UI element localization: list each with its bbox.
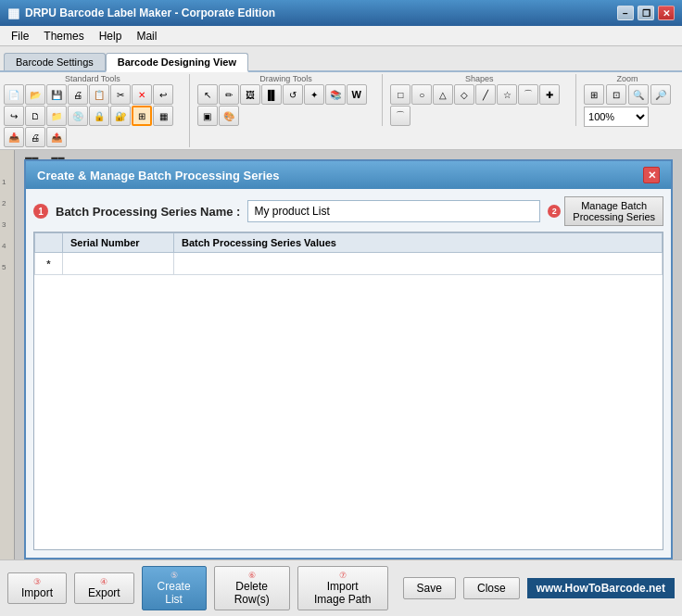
import-btn[interactable]: 📥 bbox=[4, 127, 24, 147]
star2-btn[interactable]: ☆ bbox=[497, 84, 517, 105]
star-btn[interactable]: ✦ bbox=[304, 84, 324, 105]
zoom-out-btn[interactable]: 🔎 bbox=[650, 84, 671, 105]
export-button[interactable]: ④ Export bbox=[74, 572, 134, 604]
tri-btn[interactable]: △ bbox=[433, 84, 453, 105]
redo-btn[interactable]: ↪ bbox=[4, 106, 24, 126]
create-list-button[interactable]: ⑤ Create List bbox=[142, 566, 207, 610]
series-name-input[interactable] bbox=[247, 200, 540, 222]
save-button[interactable]: Save bbox=[403, 577, 456, 599]
window-controls: − ❐ ✕ bbox=[617, 6, 675, 20]
series-name-row: 1 Batch Processing Series Name : 2 Manag… bbox=[33, 196, 663, 226]
col-marker-header bbox=[35, 233, 63, 253]
zoom-fit-btn[interactable]: ⊞ bbox=[584, 84, 604, 105]
manage-btn-wrapper: 2 Manage BatchProcessing Series bbox=[548, 196, 663, 226]
title-bar: ▦ DRPU Barcode Label Maker - Corporate E… bbox=[0, 0, 682, 26]
standard-tools-label: Standard Tools bbox=[65, 74, 120, 83]
zoom-select[interactable]: 100% 75% 125% 150% bbox=[584, 107, 649, 127]
window-close-button[interactable]: ✕ bbox=[658, 6, 675, 20]
select-btn[interactable]: ↖ bbox=[197, 84, 218, 105]
save2-btn[interactable]: 💿 bbox=[68, 106, 88, 126]
menu-themes[interactable]: Themes bbox=[36, 28, 91, 44]
minimize-button[interactable]: − bbox=[617, 6, 634, 20]
row-marker: * bbox=[35, 253, 63, 275]
dialog-close-button[interactable]: ✕ bbox=[643, 167, 660, 183]
batch-dialog: Create & Manage Batch Processing Series … bbox=[24, 159, 673, 559]
print-btn[interactable]: 🖨 bbox=[68, 84, 88, 105]
new-btn[interactable]: 📄 bbox=[4, 84, 24, 105]
toolbar: Standard Tools 📄 📂 💾 🖨 📋 ✂ ✕ ↩ ↪ 🗋 📁 💿 🔒… bbox=[0, 72, 682, 150]
standard-tools-group: Standard Tools 📄 📂 💾 🖨 📋 ✂ ✕ ↩ ↪ 🗋 📁 💿 🔒… bbox=[4, 74, 190, 147]
print2-btn[interactable]: 🖨 bbox=[25, 127, 45, 147]
zoom-actual-btn[interactable]: ⊡ bbox=[606, 84, 626, 105]
open-btn[interactable]: 📂 bbox=[25, 84, 45, 105]
oval-btn[interactable]: ○ bbox=[411, 84, 432, 105]
lock-btn[interactable]: 🔒 bbox=[89, 106, 109, 126]
word-btn[interactable]: W bbox=[347, 84, 367, 105]
tab-barcode-settings[interactable]: Barcode Settings bbox=[4, 53, 106, 70]
menu-help[interactable]: Help bbox=[92, 28, 130, 44]
drawing-tools-label: Drawing Tools bbox=[259, 74, 311, 83]
pencil-btn[interactable]: ✏ bbox=[219, 84, 239, 105]
manage-num-badge: 2 bbox=[548, 205, 561, 218]
import-button[interactable]: ③ Import bbox=[7, 572, 67, 604]
col-serial-header: Serial Number bbox=[63, 233, 174, 253]
rotate-btn[interactable]: ↺ bbox=[283, 84, 303, 105]
import-image-path-button[interactable]: ⑦ Import Image Path bbox=[297, 566, 388, 610]
undo-btn[interactable]: ↩ bbox=[153, 84, 173, 105]
barcode-btn[interactable]: ▐▌ bbox=[261, 84, 282, 105]
image-btn[interactable]: 🖼 bbox=[240, 84, 260, 105]
series-num-badge: 1 bbox=[33, 204, 48, 219]
lock2-btn[interactable]: 🔐 bbox=[110, 106, 131, 126]
serial-cell[interactable] bbox=[63, 253, 174, 275]
export-btn[interactable]: 📤 bbox=[46, 127, 67, 147]
curve-btn[interactable]: ⌒ bbox=[518, 84, 538, 105]
zoom-label: Zoom bbox=[617, 74, 638, 83]
series-name-label: Batch Processing Series Name : bbox=[56, 205, 240, 219]
col-values-header: Batch Processing Series Values bbox=[174, 233, 663, 253]
zoom-group: Zoom ⊞ ⊡ 🔍 🔎 100% 75% 125% 150% bbox=[584, 74, 678, 127]
zoom-in-btn[interactable]: 🔍 bbox=[628, 84, 649, 105]
cross-btn[interactable]: ✚ bbox=[539, 84, 560, 105]
manage-batch-button[interactable]: Manage BatchProcessing Series bbox=[564, 196, 663, 226]
restore-button[interactable]: ❐ bbox=[638, 6, 654, 20]
diamond-btn[interactable]: ◇ bbox=[454, 84, 474, 105]
new2-btn[interactable]: 🗋 bbox=[25, 106, 45, 126]
tab-bar: Barcode Settings Barcode Designing View bbox=[0, 46, 682, 72]
app-window: ▦ DRPU Barcode Label Maker - Corporate E… bbox=[0, 0, 682, 616]
content-area: 1 2 3 4 5 ▐▌▐▌ ↘ Create & Manage Batch P… bbox=[0, 150, 682, 559]
qr-btn[interactable]: ▣ bbox=[197, 106, 218, 126]
color-btn[interactable]: 🎨 bbox=[219, 106, 239, 126]
delete-btn[interactable]: ✕ bbox=[132, 84, 152, 105]
rect-btn[interactable]: □ bbox=[390, 84, 410, 105]
batch-btn[interactable]: ⊞ bbox=[132, 106, 152, 126]
watermark: www.HowToBarcode.net bbox=[527, 578, 675, 598]
open2-btn[interactable]: 📁 bbox=[46, 106, 67, 126]
window-title: DRPU Barcode Label Maker - Corporate Edi… bbox=[25, 6, 275, 19]
copy-btn[interactable]: 📋 bbox=[89, 84, 109, 105]
menu-file[interactable]: File bbox=[4, 28, 36, 44]
book-btn[interactable]: 📚 bbox=[325, 84, 346, 105]
table-row: * bbox=[35, 253, 663, 275]
save-tb-btn[interactable]: 💾 bbox=[46, 84, 67, 105]
main-content: ▐▌▐▌ ↘ Create & Manage Batch Processing … bbox=[15, 150, 682, 559]
grid-btn[interactable]: ▦ bbox=[153, 106, 173, 126]
dialog-title: Create & Manage Batch Processing Series bbox=[37, 169, 280, 182]
tab-barcode-designing[interactable]: Barcode Designing View bbox=[106, 53, 248, 72]
values-cell[interactable] bbox=[174, 253, 663, 275]
left-ruler: 1 2 3 4 5 bbox=[0, 150, 15, 559]
drawing-tools-group: Drawing Tools ↖ ✏ 🖼 ▐▌ ↺ ✦ 📚 W ▣ 🎨 bbox=[197, 74, 384, 126]
delete-rows-button[interactable]: ⑥ Delete Row(s) bbox=[214, 566, 290, 610]
shapes-buttons: □ ○ △ ◇ ╱ ☆ ⌒ ✚ ⌒ bbox=[390, 84, 568, 126]
arc-btn[interactable]: ⌒ bbox=[390, 106, 410, 126]
bottom-bar: ③ Import ④ Export ⑤ Create List ⑥ Delete… bbox=[0, 559, 682, 616]
dialog-header: Create & Manage Batch Processing Series … bbox=[26, 161, 671, 189]
shapes-label: Shapes bbox=[465, 74, 494, 83]
menu-mail[interactable]: Mail bbox=[129, 28, 164, 44]
standard-tools-buttons: 📄 📂 💾 🖨 📋 ✂ ✕ ↩ ↪ 🗋 📁 💿 🔒 🔐 ⊞ ▦ 📥 🖨 📤 bbox=[4, 84, 182, 147]
batch-table: Serial Number Batch Processing Series Va… bbox=[34, 233, 663, 275]
cut-btn[interactable]: ✂ bbox=[110, 84, 131, 105]
drawing-tools-buttons: ↖ ✏ 🖼 ▐▌ ↺ ✦ 📚 W ▣ 🎨 bbox=[197, 84, 375, 126]
close-button[interactable]: Close bbox=[463, 577, 520, 599]
data-table-container: Serial Number Batch Processing Series Va… bbox=[33, 232, 663, 550]
line-btn[interactable]: ╱ bbox=[475, 84, 496, 105]
